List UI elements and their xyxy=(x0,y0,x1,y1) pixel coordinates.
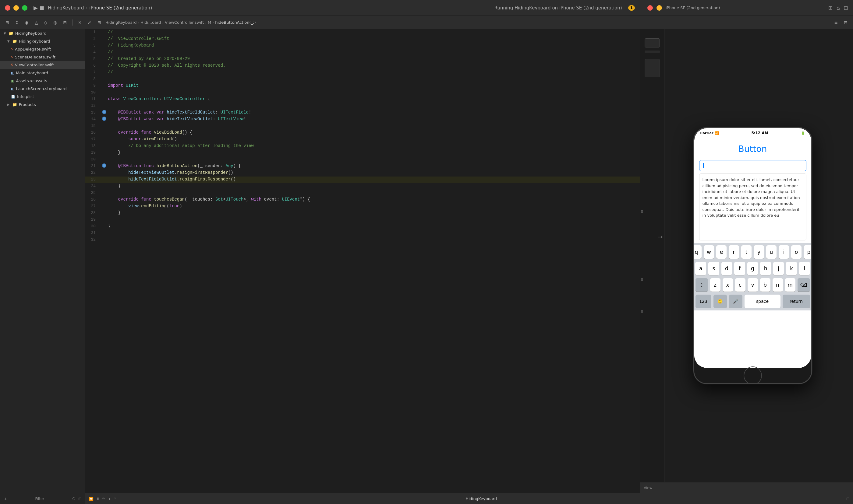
expand-btn[interactable]: ⤢ xyxy=(86,19,93,26)
run-button[interactable]: ▶ xyxy=(34,4,38,11)
key-f[interactable]: f xyxy=(734,262,745,275)
view-controls[interactable]: ⊟ xyxy=(846,497,849,501)
key-s[interactable]: s xyxy=(708,262,719,275)
nav-scenedelegate[interactable]: S SceneDelegate.swift xyxy=(0,53,85,61)
key-space[interactable]: space xyxy=(745,294,781,308)
code-line: 30 } xyxy=(85,223,640,230)
nav-appdelegate[interactable]: S AppDelegate.swift xyxy=(0,45,85,53)
key-emoji[interactable]: 🙂 xyxy=(713,294,727,308)
preview-element-1 xyxy=(645,38,660,48)
key-d[interactable]: d xyxy=(721,262,732,275)
minimize-button[interactable] xyxy=(13,5,19,11)
key-k[interactable]: k xyxy=(786,262,797,275)
key-123[interactable]: 123 xyxy=(696,294,711,308)
split-right-btn[interactable]: ⊟ xyxy=(842,19,849,26)
key-h[interactable]: h xyxy=(760,262,771,275)
key-t[interactable]: t xyxy=(741,245,751,259)
bookmark-icon[interactable]: ◇ xyxy=(42,19,49,26)
code-line: 9 import UIKit xyxy=(85,83,640,89)
key-l[interactable]: l xyxy=(799,262,810,275)
nav-launch-storyboard[interactable]: ◧ LaunchScreen.storyboard xyxy=(0,85,85,92)
key-v[interactable]: v xyxy=(748,278,758,291)
nav-main-storyboard[interactable]: ◧ Main.storyboard xyxy=(0,69,85,77)
delete-key[interactable]: ⌫ xyxy=(798,278,810,291)
close-button[interactable] xyxy=(5,5,10,11)
sort-icon[interactable]: ⊞ xyxy=(78,497,81,501)
nav-viewcontroller[interactable]: S ViewController.swift xyxy=(0,61,85,69)
code-line: 21 @IBAction func hideButtonAction(_ sen… xyxy=(85,163,640,170)
key-n[interactable]: n xyxy=(772,278,783,291)
structure-btn[interactable]: ≡ xyxy=(833,19,840,26)
screenshot-icon[interactable]: ⊞ xyxy=(828,4,833,11)
shift-key[interactable]: ⇧ xyxy=(696,278,708,291)
viewcontroller-label: ViewController.swift xyxy=(15,63,54,67)
pause-icon[interactable]: ⏸ xyxy=(96,497,100,501)
home-button-area xyxy=(694,368,811,383)
home-icon[interactable]: ⌂ xyxy=(836,4,840,11)
key-x[interactable]: x xyxy=(723,278,733,291)
key-i[interactable]: i xyxy=(779,245,789,259)
key-u[interactable]: u xyxy=(766,245,777,259)
code-editor[interactable]: 1 // 2 // ViewController.swift 3 // Hidi… xyxy=(85,29,640,493)
folder-icon[interactable]: ⊞ xyxy=(4,19,11,26)
nav-project-root[interactable]: ▼ 📁 HidingKeyboard xyxy=(0,29,85,37)
warning-icon[interactable]: △ xyxy=(33,19,40,26)
bc-1[interactable]: HidingKeyboard xyxy=(105,20,137,25)
sim-min-yellow[interactable] xyxy=(657,5,662,11)
key-m[interactable]: m xyxy=(785,278,796,291)
keyboard[interactable]: q w e r t y u i o p xyxy=(694,243,811,310)
code-line: 2 // ViewController.swift xyxy=(85,36,640,42)
checkbox-indicator-3 xyxy=(641,310,643,312)
key-w[interactable]: w xyxy=(704,245,714,259)
add-icon[interactable]: + xyxy=(4,497,7,501)
key-b[interactable]: b xyxy=(760,278,770,291)
key-q[interactable]: q xyxy=(694,245,702,259)
nav-assets[interactable]: ▣ Assets.xcassets xyxy=(0,77,85,85)
bc-2[interactable]: Hidi...oard xyxy=(140,20,161,25)
sim-close-red[interactable] xyxy=(647,5,653,11)
nav-info-plist[interactable]: 📄 Info.plist xyxy=(0,92,85,101)
clock-icon[interactable]: ⏱ xyxy=(72,497,76,501)
key-c[interactable]: c xyxy=(735,278,746,291)
key-p[interactable]: p xyxy=(804,245,811,259)
debug-icon[interactable]: ⏩ xyxy=(89,497,93,501)
key-g[interactable]: g xyxy=(747,262,758,275)
nav-group[interactable]: ▼ 📁 HidingKeyboard xyxy=(0,37,85,45)
sim-settings-icon[interactable]: ⊡ xyxy=(843,4,848,11)
key-z[interactable]: z xyxy=(710,278,720,291)
fullscreen-button[interactable] xyxy=(22,5,28,11)
key-mic[interactable]: 🎤 xyxy=(729,294,743,308)
main-content: ▼ 📁 HidingKeyboard ▼ 📁 HidingKeyboard S … xyxy=(0,29,853,493)
iboutlet-dot-2 xyxy=(102,116,106,121)
bc-4[interactable]: M xyxy=(208,20,211,25)
grid-icon[interactable]: ⊞ xyxy=(61,19,69,26)
find-icon[interactable]: ◉ xyxy=(23,19,30,26)
nav-products[interactable]: ▶ 📁 Products xyxy=(0,101,85,108)
key-return[interactable]: return xyxy=(783,294,810,308)
nav-bottom-bar: + Filter ⏱ ⊞ xyxy=(0,493,85,504)
filter-label[interactable]: Filter xyxy=(10,497,70,501)
stop-button[interactable]: ■ xyxy=(40,5,44,11)
home-button[interactable] xyxy=(744,366,762,384)
key-a[interactable]: a xyxy=(695,262,706,275)
step-out-icon[interactable]: ↱ xyxy=(113,497,116,501)
close-editor-btn[interactable]: ✕ xyxy=(76,19,84,26)
key-e[interactable]: e xyxy=(716,245,727,259)
button-label[interactable]: Button xyxy=(738,144,767,154)
traffic-lights xyxy=(5,5,28,11)
key-j[interactable]: j xyxy=(773,262,784,275)
code-line: 32 xyxy=(85,237,640,244)
bc-3[interactable]: ViewController.swift xyxy=(165,20,204,25)
app-text-view[interactable]: Lorem ipsum dolor sit er elit lamet, con… xyxy=(699,174,806,240)
step-in-icon[interactable]: ↴ xyxy=(107,497,110,501)
key-r[interactable]: r xyxy=(729,245,739,259)
split-btn[interactable]: ⊞ xyxy=(95,19,103,26)
break-icon[interactable]: ◎ xyxy=(51,19,59,26)
iphone-frame: Carrier 📶 5:12 AM 🔋 Button xyxy=(693,127,812,384)
key-o[interactable]: o xyxy=(791,245,802,259)
key-y[interactable]: y xyxy=(754,245,764,259)
step-over-icon[interactable]: ↷ xyxy=(102,497,105,501)
bc-5[interactable]: hideButtonAction(_:) xyxy=(215,20,256,25)
git-icon[interactable]: ↕ xyxy=(13,19,21,26)
app-text-field[interactable] xyxy=(699,160,806,171)
